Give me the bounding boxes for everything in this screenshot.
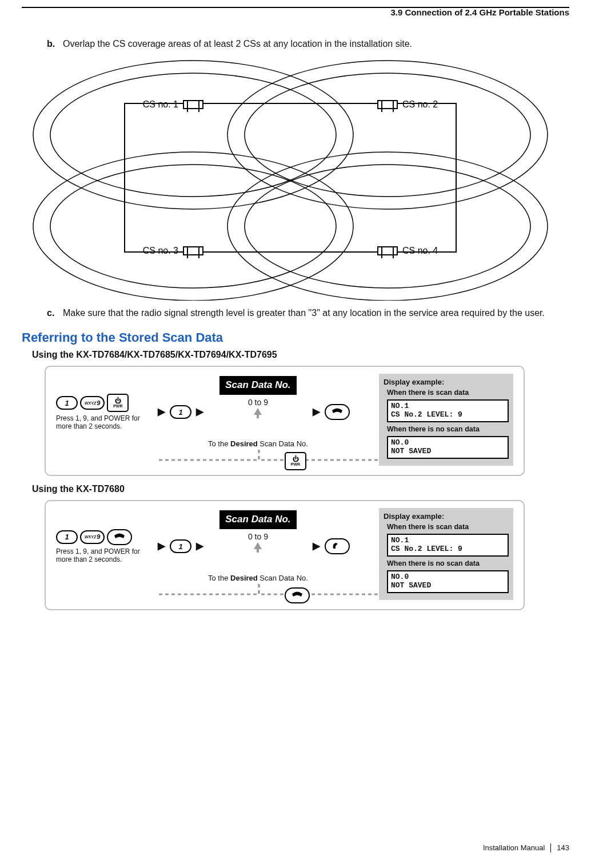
arrow-right-icon: ▶	[196, 406, 203, 419]
key-1-icon: 1	[56, 530, 78, 544]
key-1-icon: 1	[56, 396, 78, 410]
svg-rect-15	[183, 247, 203, 255]
no-data-label: When there is no scan data	[387, 425, 509, 434]
press-note: Press 1, 9, and POWER for more than 2 se…	[56, 547, 153, 564]
scan-data-no-field: Scan Data No.	[219, 510, 296, 529]
cs-label-4: CS no. 4	[402, 246, 438, 255]
display-example-box: Display example: When there is scan data…	[379, 374, 513, 466]
coverage-svg: CS no. 1 CS no. 2 CS no. 3 CS no. 4	[27, 55, 553, 301]
page: 3.9 Connection of 2.4 GHz Portable Stati…	[0, 0, 591, 868]
display-caption: Display example:	[384, 511, 509, 522]
hook-down-return-icon	[285, 587, 310, 603]
power-button-icon: ⏻ PWR	[107, 394, 129, 412]
svg-rect-8	[125, 103, 456, 252]
scan-range-label: 0 to 9	[248, 531, 268, 542]
cs-label-2: CS no. 2	[402, 99, 438, 109]
lcd-no-data: NO.0 NOT SAVED	[387, 570, 509, 593]
hook-down-icon	[325, 404, 350, 420]
arrow-right-icon: ▶	[196, 540, 203, 553]
cs-label-3: CS no. 3	[143, 246, 178, 255]
arrow-right-icon: ▶	[158, 540, 165, 553]
press-note: Press 1, 9, and POWER for more than 2 se…	[56, 414, 153, 431]
cs-label-1: CS no. 1	[143, 99, 178, 109]
svg-point-7	[245, 165, 530, 288]
lcd-no-data: NO.0 NOT SAVED	[387, 436, 509, 459]
svg-point-3	[245, 73, 530, 197]
display-example-box: Display example: When there is scan data…	[379, 508, 513, 600]
talk-icon	[325, 538, 350, 554]
svg-marker-21	[254, 408, 262, 415]
step-b-text: Overlap the CS coverage areas of at leas…	[63, 38, 569, 50]
page-header-rule: 3.9 Connection of 2.4 GHz Portable Stati…	[22, 7, 569, 21]
svg-rect-18	[378, 247, 397, 255]
has-data-label: When there is scan data	[387, 522, 509, 532]
footer-separator	[550, 843, 551, 853]
page-footer: Installation Manual 143	[483, 843, 569, 853]
svg-rect-22	[257, 414, 259, 418]
procedure-1-heading: Using the KX-TD7680	[32, 483, 569, 495]
arrow-right-icon: ▶	[313, 406, 320, 419]
svg-point-6	[227, 152, 548, 301]
procedure-0-panel: 1 WXYZ9 ⏻ PWR Press 1, 9, and POWER for …	[45, 366, 525, 476]
step-c-text: Make sure that the radio signal strength…	[63, 307, 569, 319]
arrow-right-icon: ▶	[158, 406, 165, 419]
step-b-marker: b.	[47, 38, 63, 50]
footer-doc-name: Installation Manual	[483, 843, 545, 853]
coverage-diagram: CS no. 1 CS no. 2 CS no. 3 CS no. 4	[27, 55, 569, 303]
key-9-icon: WXYZ9	[80, 530, 105, 544]
lcd-has-data: NO.1 CS No.2 LEVEL: 9	[387, 399, 509, 422]
scan-range-label: 0 to 9	[248, 397, 268, 408]
section-header: 3.9 Connection of 2.4 GHz Portable Stati…	[390, 7, 569, 18]
power-button-return-icon: ⏻ PWR	[285, 452, 306, 470]
arrow-right-icon: ▶	[313, 540, 320, 553]
procedure-0-heading: Using the KX-TD7684/KX-TD7685/KX-TD7694/…	[32, 349, 569, 361]
arrow-up-icon	[254, 542, 262, 553]
display-caption: Display example:	[384, 377, 509, 387]
svg-point-0	[33, 61, 353, 209]
svg-point-5	[50, 165, 336, 288]
key-1-step2-icon: 1	[170, 405, 191, 419]
svg-point-2	[227, 61, 548, 209]
svg-rect-9	[183, 101, 203, 109]
svg-rect-12	[378, 101, 397, 109]
has-data-label: When there is scan data	[387, 388, 509, 398]
key-1-step2-icon: 1	[170, 539, 191, 553]
footer-page-number: 143	[557, 843, 569, 853]
hook-down-start-icon	[107, 529, 132, 545]
svg-marker-23	[254, 542, 262, 549]
step-b: b. Overlap the CS coverage areas of at l…	[47, 38, 569, 50]
arrow-up-icon	[254, 408, 262, 418]
key-9-icon: WXYZ9	[80, 396, 105, 410]
no-data-label: When there is no scan data	[387, 559, 509, 569]
section-heading: Referring to the Stored Scan Data	[22, 329, 569, 346]
svg-point-4	[33, 152, 353, 301]
procedure-1-panel: 1 WXYZ9 Press 1, 9, and POWER for more t…	[45, 500, 525, 610]
to-desired-label: To the Desired Scan Data No.	[208, 439, 308, 449]
step-c-marker: c.	[47, 307, 63, 319]
lcd-has-data: NO.1 CS No.2 LEVEL: 9	[387, 534, 509, 557]
to-desired-label: To the Desired Scan Data No.	[208, 573, 308, 583]
svg-point-1	[50, 73, 336, 197]
step-c: c. Make sure that the radio signal stren…	[47, 307, 569, 319]
svg-rect-24	[257, 549, 259, 553]
scan-data-no-field: Scan Data No.	[219, 376, 296, 395]
